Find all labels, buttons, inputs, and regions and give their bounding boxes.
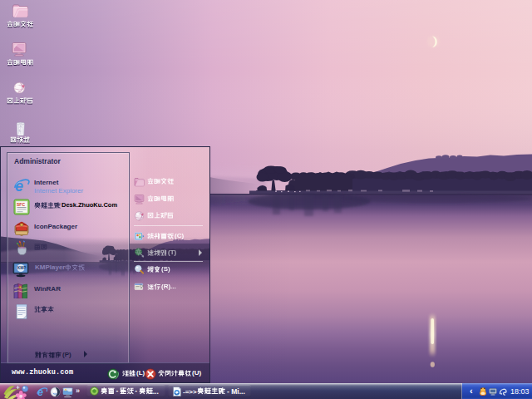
svg-text:KMP: KMP [17,266,26,270]
svg-text:SFC: SFC [17,202,25,207]
